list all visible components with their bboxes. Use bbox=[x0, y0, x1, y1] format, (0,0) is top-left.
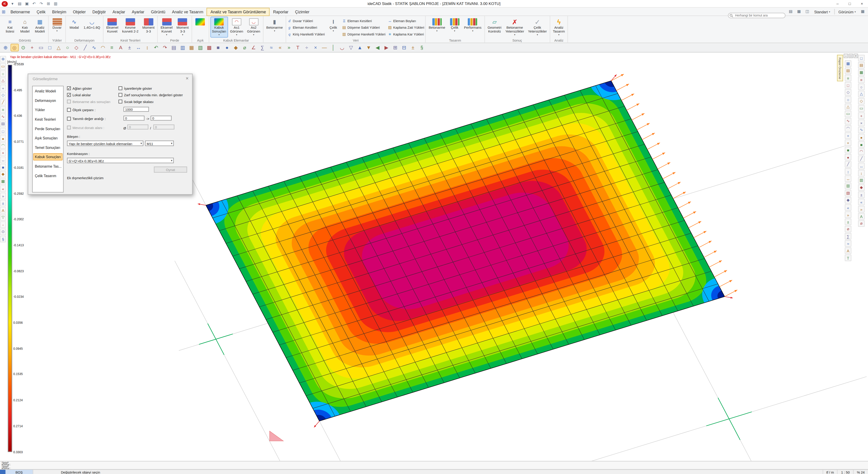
kaplama-kar-item[interactable]: ∗Kaplama Kar Yükleri bbox=[388, 31, 424, 37]
side-tool-icon[interactable]: § bbox=[0, 235, 6, 242]
tool-icon[interactable]: ╱ bbox=[81, 43, 90, 51]
report-preview-tab[interactable]: Rapor Önizleme bbox=[837, 55, 843, 81]
right-tool-icon[interactable]: ↕ bbox=[845, 168, 851, 175]
oynat-button[interactable]: Oynat bbox=[154, 166, 187, 172]
side-tool-icon[interactable]: ● bbox=[0, 135, 6, 141]
lokal-akslar-checkbox[interactable]: Lokal akslar bbox=[67, 93, 91, 97]
kati-model-button[interactable]: ⌂Katı Model bbox=[18, 17, 32, 37]
betonarme-yetersizlikler-button[interactable]: ✗Betonarme Yetersizlikler▾ bbox=[504, 17, 526, 37]
right-tool-icon[interactable]: ╱ bbox=[845, 161, 851, 168]
right-tool-icon[interactable]: ▦ bbox=[845, 60, 851, 67]
eleman-kesitleri2-item[interactable]: ΞEleman Kesitleri bbox=[342, 18, 385, 24]
right-tool-icon[interactable]: ◆ bbox=[845, 197, 851, 203]
qat-icon[interactable]: ⊞ bbox=[45, 0, 52, 6]
view-menu[interactable]: Görünüm▾ bbox=[837, 10, 858, 13]
menu-item-8[interactable]: Analiz ve Tasarım bbox=[168, 7, 207, 16]
side-tool-icon[interactable]: A bbox=[0, 207, 6, 214]
right-tool-icon[interactable]: ∑ bbox=[845, 233, 851, 240]
edge-tool-icon[interactable]: ▤ bbox=[858, 62, 865, 68]
moment-button[interactable]: Moment 3-3 bbox=[141, 17, 156, 37]
edge-tool-icon[interactable]: ■ bbox=[858, 141, 865, 148]
geometri-kontrolu-button[interactable]: ▱Geometri Kontrolü bbox=[486, 17, 503, 37]
edge-tool-icon[interactable]: □ bbox=[858, 55, 865, 61]
perde-eksenel-button[interactable]: Eksenel Kuvvet▾ bbox=[159, 17, 174, 37]
side-tool-icon[interactable]: ⊙ bbox=[0, 228, 6, 235]
status-unit[interactable]: tf / m bbox=[822, 470, 837, 474]
tool-icon[interactable]: ○ bbox=[63, 43, 72, 51]
doseme-sabit-item[interactable]: ▤Döşeme Sabit Yükleri bbox=[342, 24, 385, 31]
celik-veri-button[interactable]: IÇelik▾ bbox=[327, 17, 340, 37]
kombinasyon-select[interactable]: G'+Q'+Ex-0.3Ey+0.3Ez bbox=[67, 158, 174, 163]
aralik-from-input[interactable] bbox=[123, 116, 145, 121]
menu-item-0[interactable]: Betonarme bbox=[7, 7, 33, 16]
as2-gorunen-button[interactable]: ◡As2 Görünen▾ bbox=[246, 17, 262, 37]
side-tool-icon[interactable]: × bbox=[0, 149, 6, 156]
edge-tool-icon[interactable]: △ bbox=[858, 91, 865, 97]
menu-item-11[interactable]: Çizimler bbox=[292, 7, 313, 16]
dialog-list-item[interactable]: Analiz Modeli bbox=[33, 88, 63, 95]
perde-moment-button[interactable]: Moment 3-3▾ bbox=[175, 17, 190, 37]
dialog-list-item[interactable]: Deformasyon bbox=[33, 97, 63, 104]
menu-grid-icon[interactable]: ⊞ bbox=[0, 9, 7, 14]
edge-tool-icon[interactable]: ⌀ bbox=[858, 220, 865, 227]
right-tool-icon[interactable]: ● bbox=[845, 154, 851, 160]
right-tool-icon[interactable]: ▧ bbox=[845, 190, 851, 196]
right-tool-icon[interactable]: △ bbox=[845, 103, 851, 110]
side-tool-icon[interactable]: ▽ bbox=[0, 214, 6, 221]
tool-icon[interactable]: ∿ bbox=[90, 43, 98, 51]
right-tool-icon[interactable]: ≈ bbox=[845, 240, 851, 247]
side-tool-icon[interactable]: ╱ bbox=[0, 99, 6, 105]
tool-icon[interactable]: ▼ bbox=[365, 43, 373, 51]
side-tool-icon[interactable]: ◠ bbox=[0, 142, 6, 149]
celik-yetersizlikler-button[interactable]: ✓Çelik Yetersizlikler▾ bbox=[526, 17, 548, 37]
side-tool-icon[interactable]: ◦ bbox=[0, 221, 6, 228]
tool-icon[interactable]: ▧ bbox=[196, 43, 205, 51]
layers-icon[interactable]: ▦ bbox=[796, 8, 802, 15]
edge-tool-icon[interactable]: ▭ bbox=[858, 105, 865, 112]
tool-icon[interactable]: ⊙ bbox=[19, 43, 27, 51]
tool-icon[interactable]: » bbox=[285, 43, 293, 51]
qat-icon[interactable]: ▾ bbox=[9, 0, 16, 6]
right-tool-icon[interactable]: ↔ bbox=[845, 175, 851, 182]
menu-item-4[interactable]: Değiştir bbox=[89, 7, 109, 16]
right-tool-icon[interactable]: ▤ bbox=[845, 68, 851, 74]
edge-tool-icon[interactable]: ╱ bbox=[858, 155, 865, 162]
right-tool-icon[interactable]: + bbox=[845, 132, 851, 139]
tool-icon[interactable]: ≈ bbox=[267, 43, 276, 51]
olcek-carpani-input[interactable] bbox=[123, 107, 149, 112]
tool-icon[interactable]: ◎ bbox=[10, 43, 19, 51]
dialog-list-item[interactable]: Kabuk Sonuçları bbox=[33, 153, 63, 160]
side-tool-icon[interactable]: □ bbox=[0, 128, 6, 134]
tool-icon[interactable]: « bbox=[276, 43, 284, 51]
drawing-canvas[interactable]: Yapı ile beraber çözülen kabuk elemanlar… bbox=[0, 53, 868, 461]
tool-icon[interactable]: ⊕ bbox=[1, 43, 10, 51]
tool-icon[interactable]: ↶ bbox=[152, 43, 160, 51]
edge-tool-icon[interactable]: ● bbox=[858, 134, 865, 140]
edge-tool-icon[interactable]: ↔ bbox=[858, 163, 865, 169]
mdi-button[interactable]: □ bbox=[848, 54, 853, 58]
qat-icon[interactable]: ↶ bbox=[31, 0, 37, 6]
tasarim-performans-button[interactable]: Performans▾ bbox=[462, 17, 483, 37]
tool-icon[interactable]: ● bbox=[223, 43, 231, 51]
dialog-list-item[interactable]: Perde Sonuçları bbox=[33, 125, 63, 132]
right-tool-icon[interactable]: ▭ bbox=[845, 111, 851, 117]
tool-icon[interactable]: ▩ bbox=[205, 43, 213, 51]
panels-icon[interactable]: ◫ bbox=[804, 8, 810, 15]
right-tool-icon[interactable]: T bbox=[845, 255, 851, 261]
tool-icon[interactable]: ± bbox=[125, 43, 134, 51]
eleman-kesitleri-item[interactable]: gEleman Kesitleri bbox=[287, 24, 325, 31]
duvar-button[interactable]: Duvar▾ bbox=[50, 17, 64, 37]
modal-button[interactable]: ∿Modal bbox=[67, 17, 81, 37]
tool-icon[interactable]: ■ bbox=[214, 43, 222, 51]
right-tool-icon[interactable]: « bbox=[845, 204, 851, 211]
right-tool-icon[interactable]: × bbox=[845, 139, 851, 146]
menu-item-2[interactable]: Birleşim bbox=[49, 7, 70, 16]
tool-icon[interactable]: A bbox=[117, 43, 125, 51]
kabuk-sonuclari-button[interactable]: Kabuk Sonuçları▾ bbox=[210, 17, 228, 37]
tool-icon[interactable]: △ bbox=[55, 43, 63, 51]
kiris-hareketli-item[interactable]: qKiriş Hareketli Yükleri bbox=[287, 31, 325, 37]
tool-icon[interactable]: ⌀ bbox=[241, 43, 249, 51]
kat-listesi-button[interactable]: ≡Kat listesi bbox=[3, 17, 17, 37]
dialog-list-item[interactable]: Betonarme Tas... bbox=[33, 163, 63, 170]
tool-icon[interactable]: ◀ bbox=[373, 43, 382, 51]
